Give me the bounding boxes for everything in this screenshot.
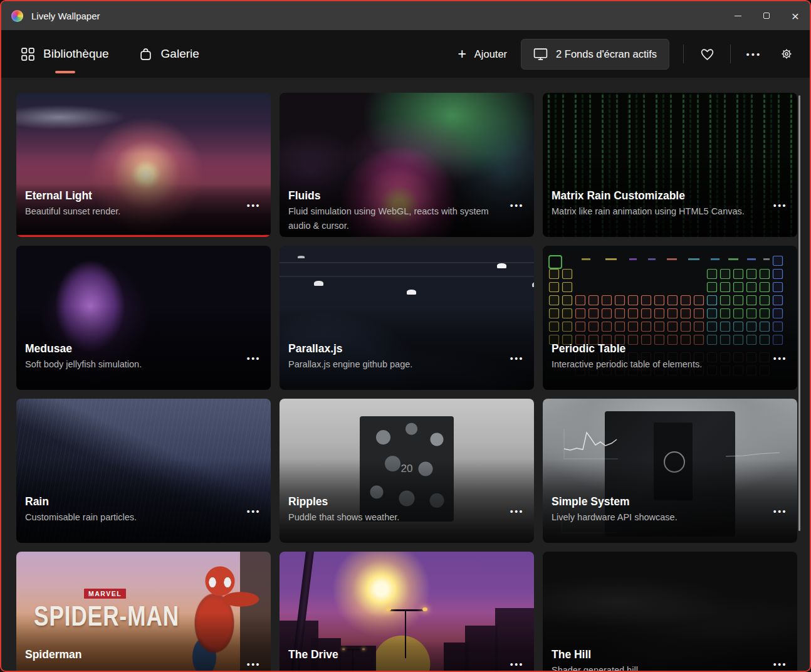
app-logo-icon <box>11 10 23 22</box>
active-wallpapers-button[interactable]: 2 Fonds d'écran actifs <box>521 39 669 70</box>
card-more-button[interactable]: ••• <box>773 201 787 211</box>
add-wallpaper-button[interactable]: + Ajouter <box>458 47 507 61</box>
wallpaper-title: Periodic Table <box>552 341 757 356</box>
app-title: Lively Wallpaper <box>31 11 100 21</box>
wallpaper-title: Parallax.js <box>288 341 494 356</box>
wallpaper-card-matrix-rain[interactable]: Matrix Rain Customizable Matrix like rai… <box>543 93 797 237</box>
wallpaper-grid: Eternal Light Beautiful sunset render. •… <box>16 93 810 672</box>
card-more-button[interactable]: ••• <box>247 354 261 364</box>
maximize-icon <box>763 13 770 19</box>
card-more-button[interactable]: ••• <box>510 201 524 211</box>
tab-galerie[interactable]: Galerie <box>137 30 202 78</box>
wallpaper-title: The Drive <box>288 647 494 662</box>
card-more-button[interactable]: ••• <box>510 507 524 517</box>
tab-label: Galerie <box>161 47 199 61</box>
wallpaper-title: Ripples <box>288 494 494 509</box>
monitor-icon <box>533 48 548 61</box>
window-controls: × <box>723 1 810 30</box>
wallpaper-card-ripples[interactable]: 20 Ripples Puddle that shows weather. ••… <box>280 399 534 543</box>
toolbar-separator <box>730 45 731 63</box>
wallpaper-library: Eternal Light Beautiful sunset render. •… <box>1 78 810 672</box>
wallpaper-subtitle: Lively hardware API showcase. <box>552 510 757 525</box>
card-more-button[interactable]: ••• <box>247 201 261 211</box>
wallpaper-card-simple-system[interactable]: Simple System Lively hardware API showca… <box>543 399 797 543</box>
app-window: Lively Wallpaper × Bibliothèque Galerie … <box>0 0 811 672</box>
wallpaper-subtitle: Interactive periodic table of elements. <box>552 357 757 372</box>
card-more-button[interactable]: ••• <box>247 507 261 517</box>
card-more-button[interactable]: ••• <box>773 659 787 669</box>
wallpaper-title: Medusae <box>25 341 231 356</box>
wallpaper-card-parallax[interactable]: Parallax.js Parallax.js engine github pa… <box>280 246 534 390</box>
wallpaper-subtitle: Shader generated hill. <box>552 663 757 672</box>
wallpaper-title: Spiderman <box>25 647 231 662</box>
wallpaper-title: The Hill <box>552 647 757 662</box>
wallpaper-card-the-drive[interactable]: The Drive ••• <box>280 552 534 672</box>
wallpaper-card-fluids[interactable]: Fluids Fluid simulation using WebGL, rea… <box>280 93 534 237</box>
maximize-button[interactable] <box>752 1 781 30</box>
active-tab-indicator <box>55 71 75 74</box>
more-menu-button[interactable]: ••• <box>745 41 763 66</box>
close-icon: × <box>792 9 799 23</box>
wallpaper-card-rain[interactable]: Rain Customisable rain particles. ••• <box>16 399 271 543</box>
add-wallpaper-label: Ajouter <box>474 48 507 60</box>
settings-button[interactable] <box>777 41 796 66</box>
ellipsis-icon: ••• <box>746 49 762 60</box>
card-more-button[interactable]: ••• <box>773 354 787 364</box>
card-more-button[interactable]: ••• <box>510 659 524 669</box>
tab-label: Bibliothèque <box>43 47 109 61</box>
plus-icon: + <box>458 47 466 61</box>
spiderman-logo-art: SPIDER-MAN <box>34 601 179 632</box>
heart-icon <box>700 48 714 61</box>
gallery-bag-icon <box>139 48 152 61</box>
titlebar: Lively Wallpaper × <box>1 1 810 30</box>
wallpaper-card-medusae[interactable]: Medusae Soft body jellyfish simulation. … <box>16 246 271 390</box>
wallpaper-title: Simple System <box>552 494 757 509</box>
toolbar: + Ajouter 2 Fonds d'écran actifs ••• <box>458 39 796 70</box>
wallpaper-card-spiderman[interactable]: MARVEL SPIDER-MAN Spiderman ••• <box>16 552 271 672</box>
toolbar-separator <box>683 45 684 63</box>
card-more-button[interactable]: ••• <box>510 354 524 364</box>
wallpaper-card-periodic-table[interactable]: Periodic Table Interactive periodic tabl… <box>543 246 797 390</box>
card-more-button[interactable]: ••• <box>247 659 261 669</box>
minimize-button[interactable] <box>723 1 752 30</box>
card-more-button[interactable]: ••• <box>773 507 787 517</box>
active-wallpapers-label: 2 Fonds d'écran actifs <box>556 48 657 60</box>
close-button[interactable]: × <box>781 1 810 30</box>
wallpaper-subtitle: Matrix like rain animation using HTML5 C… <box>552 204 757 219</box>
wallpaper-subtitle: Fluid simulation using WebGL, reacts wit… <box>288 204 494 233</box>
marvel-badge-art: MARVEL <box>84 589 126 599</box>
wallpaper-title: Rain <box>25 494 231 509</box>
minimize-icon <box>735 16 741 16</box>
wallpaper-title: Matrix Rain Customizable <box>552 188 757 203</box>
wallpaper-subtitle: Beautiful sunset render. <box>25 204 231 219</box>
wallpaper-subtitle: Soft body jellyfish simulation. <box>25 357 231 372</box>
scrollbar[interactable] <box>798 95 800 531</box>
library-grid-icon <box>21 48 34 61</box>
wallpaper-subtitle: Puddle that shows weather. <box>288 510 494 525</box>
wallpaper-card-the-hill[interactable]: The Hill Shader generated hill. ••• <box>543 552 797 672</box>
wallpaper-card-eternal-light[interactable]: Eternal Light Beautiful sunset render. •… <box>16 93 271 237</box>
wallpaper-title: Fluids <box>288 188 494 203</box>
favorites-button[interactable] <box>698 41 716 66</box>
gear-icon <box>780 47 793 61</box>
wallpaper-title: Eternal Light <box>25 188 231 203</box>
wallpaper-subtitle: Parallax.js engine github page. <box>288 357 494 372</box>
tab-bibliotheque[interactable]: Bibliothèque <box>19 30 112 78</box>
navbar: Bibliothèque Galerie + Ajouter 2 Fonds d… <box>1 30 810 78</box>
wallpaper-subtitle: Customisable rain particles. <box>25 510 231 525</box>
